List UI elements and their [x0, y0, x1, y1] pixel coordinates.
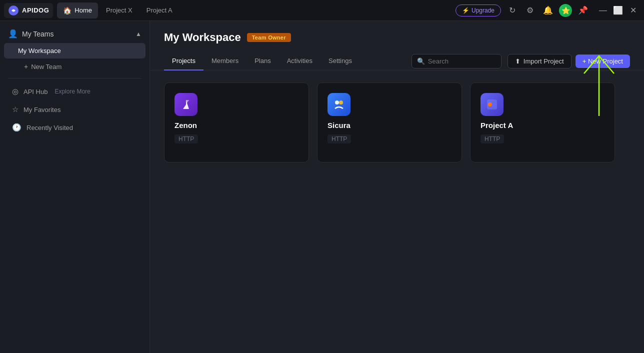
- upgrade-label: Upgrade: [472, 7, 494, 14]
- tab-project-x[interactable]: Project X: [100, 2, 138, 18]
- svg-point-1: [12, 10, 14, 12]
- sicura-icon-svg: [332, 98, 346, 112]
- sidebar: 👤 My Teams ▲ My Workspace + New Team ◎ A…: [0, 21, 150, 353]
- tab-settings[interactable]: Settings: [320, 52, 360, 70]
- project-icon-project-a: [480, 93, 504, 116]
- tab-members[interactable]: Members: [204, 52, 246, 70]
- refresh-icon: ↻: [509, 6, 516, 15]
- search-box[interactable]: 🔍: [412, 54, 502, 68]
- svg-point-6: [492, 102, 496, 106]
- my-teams-header-left: 👤 My Teams: [8, 29, 54, 38]
- sidebar-divider: [8, 78, 142, 78]
- tab-settings-label: Settings: [328, 57, 352, 64]
- project-name-zenon: Zenon: [174, 121, 298, 130]
- main-layout: 👤 My Teams ▲ My Workspace + New Team ◎ A…: [0, 21, 644, 353]
- app-logo[interactable]: APIDOG: [4, 3, 53, 18]
- project-card-zenon[interactable]: Zenon HTTP: [164, 82, 309, 162]
- project-type-project-a: HTTP: [480, 134, 504, 144]
- my-teams-label: My Teams: [22, 30, 54, 38]
- notifications-button[interactable]: 🔔: [541, 4, 555, 18]
- zenon-icon-svg: [179, 98, 193, 112]
- upgrade-icon: ⚡: [462, 7, 470, 14]
- api-hub-label: API Hub: [24, 88, 48, 96]
- page-title: My Workspace: [164, 31, 241, 44]
- explore-more-label: Explore More: [54, 88, 90, 95]
- tab-plans[interactable]: Plans: [246, 52, 279, 70]
- star-icon: ☆: [12, 105, 18, 114]
- home-icon: 🏠: [63, 6, 72, 14]
- tabs-bar: Projects Members Plans Activities Settin…: [150, 52, 644, 70]
- tab-members-label: Members: [212, 57, 238, 64]
- svg-point-5: [488, 102, 492, 106]
- tab-projects-label: Projects: [172, 57, 196, 64]
- projecta-icon-svg: [485, 98, 499, 112]
- project-card-project-a[interactable]: Project A HTTP: [470, 82, 615, 162]
- clock-icon: 🕐: [12, 123, 22, 132]
- import-project-button[interactable]: ⬆ Import Project: [508, 54, 572, 68]
- projects-grid: Zenon HTTP Sicura HTTP: [150, 70, 644, 174]
- refresh-button[interactable]: ↻: [505, 4, 519, 18]
- maximize-button[interactable]: ⬜: [611, 4, 625, 18]
- project-type-zenon: HTTP: [174, 134, 198, 144]
- search-input[interactable]: [428, 58, 496, 65]
- tab-project-a[interactable]: Project A: [140, 2, 178, 18]
- import-icon: ⬆: [515, 58, 520, 65]
- user-avatar[interactable]: ⭐: [559, 4, 572, 17]
- my-favorites-label: My Favorites: [24, 106, 60, 114]
- sidebar-item-my-workspace[interactable]: My Workspace: [4, 43, 146, 58]
- app-name: APIDOG: [22, 6, 49, 14]
- search-icon: 🔍: [417, 58, 425, 65]
- tab-home[interactable]: 🏠 Home: [57, 2, 98, 18]
- content-area: My Workspace Team Owner Projects Members…: [150, 21, 644, 353]
- team-owner-badge: Team Owner: [247, 33, 291, 42]
- users-icon: 👤: [8, 29, 18, 38]
- chevron-up-icon: ▲: [136, 30, 142, 38]
- tab-activities-label: Activities: [287, 57, 312, 64]
- new-team-label: New Team: [31, 63, 62, 70]
- project-icon-sicura: [328, 93, 350, 116]
- bell-icon: 🔔: [543, 6, 553, 15]
- sidebar-new-team-button[interactable]: + New Team: [4, 60, 146, 74]
- tab-activities[interactable]: Activities: [279, 52, 320, 70]
- project-icon-zenon: [174, 93, 198, 116]
- upgrade-button[interactable]: ⚡ Upgrade: [456, 4, 501, 16]
- svg-point-3: [339, 100, 343, 104]
- titlebar-actions: ⚡ Upgrade ↻ ⚙ 🔔 ⭐ 📌 — ⬜ ✕: [456, 4, 640, 18]
- my-workspace-label: My Workspace: [18, 47, 61, 54]
- recently-visited-label: Recently Visited: [26, 124, 73, 132]
- titlebar: APIDOG 🏠 Home Project X Project A ⚡ Upgr…: [0, 0, 644, 21]
- project-card-sicura[interactable]: Sicura HTTP: [317, 82, 462, 162]
- pin-icon: 📌: [578, 6, 588, 15]
- close-button[interactable]: ✕: [626, 4, 640, 18]
- api-hub-icon: ◎: [12, 87, 18, 96]
- settings-button[interactable]: ⚙: [523, 4, 537, 18]
- tab-project-a-label: Project A: [146, 6, 172, 14]
- tab-plans-label: Plans: [254, 57, 271, 64]
- plus-icon: +: [24, 62, 28, 70]
- minimize-button[interactable]: —: [596, 4, 610, 18]
- window-controls: — ⬜ ✕: [596, 4, 640, 18]
- project-name-sicura: Sicura: [328, 121, 452, 130]
- sidebar-item-my-favorites[interactable]: ☆ My Favorites: [4, 101, 146, 118]
- maximize-icon: ⬜: [613, 6, 623, 15]
- project-type-sicura: HTTP: [328, 134, 351, 144]
- new-project-button[interactable]: + New Project: [576, 54, 630, 68]
- content-header: My Workspace Team Owner: [150, 21, 644, 52]
- gear-icon: ⚙: [526, 6, 534, 15]
- avatar-icon: ⭐: [562, 6, 570, 14]
- sidebar-my-teams-section[interactable]: 👤 My Teams ▲: [0, 25, 150, 42]
- tab-projects[interactable]: Projects: [164, 52, 204, 70]
- new-project-label: + New Project: [582, 58, 623, 65]
- close-icon: ✕: [630, 6, 636, 15]
- project-name-project-a: Project A: [480, 121, 604, 130]
- tab-home-label: Home: [74, 6, 92, 14]
- tab-project-x-label: Project X: [106, 6, 132, 14]
- pin-button[interactable]: 📌: [576, 4, 590, 18]
- sidebar-item-api-hub[interactable]: ◎ API Hub Explore More: [4, 83, 146, 100]
- minimize-icon: —: [599, 6, 607, 15]
- svg-point-2: [335, 100, 339, 104]
- sidebar-item-recently-visited[interactable]: 🕐 Recently Visited: [4, 119, 146, 136]
- import-label: Import Project: [524, 58, 564, 65]
- apidog-logo-icon: [8, 5, 19, 16]
